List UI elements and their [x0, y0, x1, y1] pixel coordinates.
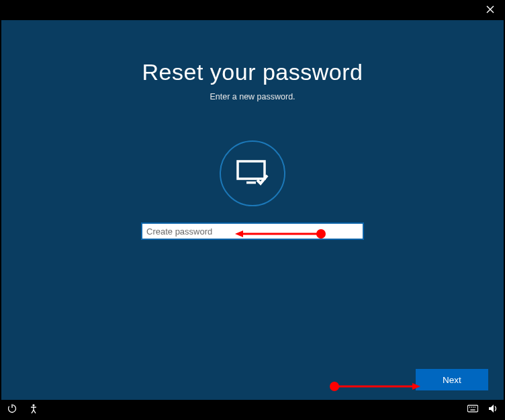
svg-rect-2 — [238, 161, 265, 179]
main-panel: Reset your password Enter a new password… — [1, 20, 504, 400]
svg-rect-3 — [246, 181, 256, 184]
bottom-taskbar — [0, 400, 505, 420]
svg-rect-17 — [467, 405, 477, 412]
page-subtitle: Enter a new password. — [1, 92, 504, 101]
close-button[interactable] — [484, 4, 497, 16]
svg-marker-23 — [489, 405, 494, 413]
next-button[interactable]: Next — [416, 369, 488, 390]
svg-point-12 — [32, 404, 34, 406]
device-icon-circle — [220, 140, 285, 206]
svg-rect-19 — [471, 407, 471, 407]
volume-icon[interactable] — [488, 403, 498, 417]
svg-rect-21 — [475, 407, 475, 407]
page-title: Reset your password — [1, 59, 504, 85]
svg-line-16 — [34, 410, 36, 413]
monitor-check-icon — [236, 160, 269, 187]
svg-rect-22 — [470, 409, 475, 410]
keyboard-icon[interactable] — [467, 403, 478, 417]
power-icon[interactable] — [7, 403, 17, 417]
svg-rect-18 — [469, 407, 470, 407]
svg-line-15 — [32, 410, 34, 413]
close-icon — [486, 5, 494, 13]
password-input-row — [141, 222, 364, 240]
title-bar — [0, 0, 505, 20]
svg-rect-20 — [473, 407, 473, 407]
ease-of-access-icon[interactable] — [28, 403, 39, 417]
create-password-input[interactable] — [141, 222, 364, 240]
